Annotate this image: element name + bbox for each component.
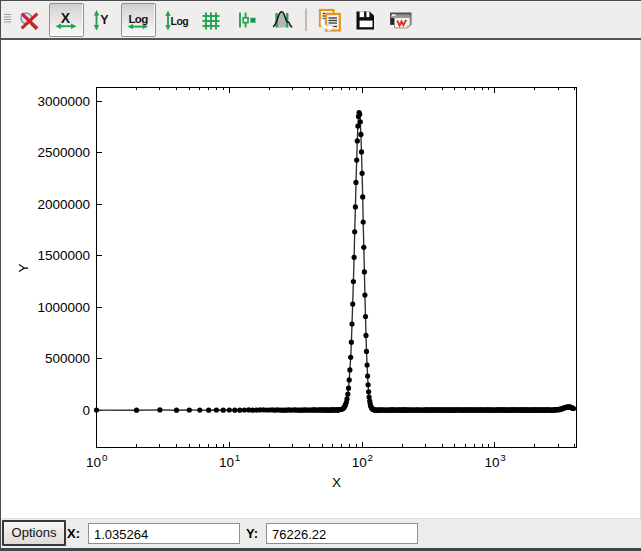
- svg-text:Y: Y: [100, 13, 109, 27]
- svg-text:2500000: 2500000: [37, 145, 90, 160]
- svg-text:1500000: 1500000: [37, 248, 90, 263]
- svg-text:X: X: [61, 10, 71, 26]
- svg-text:10: 10: [219, 455, 234, 470]
- svg-text:X: X: [332, 475, 341, 490]
- svg-text:Log: Log: [129, 13, 149, 25]
- svg-text:0: 0: [82, 403, 90, 418]
- svg-text:Log: Log: [171, 15, 189, 27]
- svg-text:1: 1: [235, 452, 240, 463]
- svg-text:3: 3: [500, 452, 506, 463]
- svg-text:10: 10: [484, 455, 499, 470]
- svg-text:2000000: 2000000: [37, 197, 90, 212]
- svg-text:10: 10: [86, 455, 101, 470]
- svg-text:1000000: 1000000: [37, 300, 90, 315]
- svg-text:500000: 500000: [45, 351, 90, 366]
- svg-text:Y: Y: [16, 263, 31, 272]
- svg-text:10: 10: [352, 455, 367, 470]
- svg-text:3000000: 3000000: [37, 94, 90, 109]
- svg-text:2: 2: [368, 452, 373, 463]
- svg-text:0: 0: [102, 452, 108, 463]
